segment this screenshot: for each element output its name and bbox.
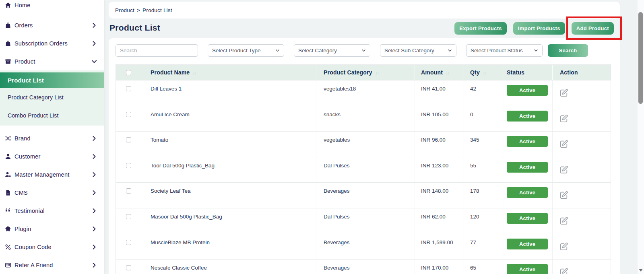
sidebar-item-combo-product-list[interactable]: Combo Product List bbox=[0, 106, 104, 124]
breadcrumb-item-product-list[interactable]: Product List bbox=[142, 7, 172, 13]
sidebar-item-testimonial[interactable]: Testimonial bbox=[0, 202, 104, 220]
row-checkbox[interactable] bbox=[126, 112, 131, 117]
sidebar-item-cms[interactable]: CMS bbox=[0, 183, 104, 202]
sidebar-item-label: Orders bbox=[14, 22, 91, 29]
sidebar-item-customer[interactable]: Customer bbox=[0, 147, 104, 165]
amount-cell: INR 62.00 bbox=[415, 208, 464, 234]
scrollbar-track[interactable] bbox=[638, 0, 644, 274]
row-checkbox[interactable] bbox=[126, 240, 131, 245]
add-product-button[interactable]: Add Product bbox=[572, 22, 614, 35]
scrollbar-thumb[interactable] bbox=[638, 12, 643, 104]
sidebar-item-plugin[interactable]: Plugin bbox=[0, 220, 104, 238]
toolbar: Export ProductsImport ProductsAdd Produc… bbox=[454, 22, 614, 35]
select-select-product-status[interactable]: Select Product Status bbox=[466, 44, 543, 57]
product-category-cell: vegetables bbox=[316, 132, 415, 157]
edit-icon[interactable] bbox=[560, 89, 568, 97]
row-checkbox[interactable] bbox=[126, 86, 131, 91]
edit-icon[interactable] bbox=[560, 114, 568, 123]
select-select-category[interactable]: Select Category bbox=[294, 44, 370, 57]
chevron-right-icon bbox=[91, 244, 97, 250]
status-badge[interactable]: Active bbox=[507, 213, 548, 224]
edit-icon[interactable] bbox=[560, 216, 568, 225]
select-value: Select Category bbox=[298, 47, 361, 54]
sidebar: HomeOrdersSubscription OrdersProductProd… bbox=[0, 0, 104, 274]
row-checkbox[interactable] bbox=[126, 137, 131, 142]
sidebar-item-label: Combo Product List bbox=[8, 112, 59, 119]
status-cell: Active bbox=[502, 106, 553, 132]
import-products-button[interactable]: Import Products bbox=[513, 22, 565, 35]
sort-icon[interactable]: ↓↑ bbox=[446, 70, 449, 76]
table-row: Nescafe Classic CoffeeBeveragesINR 170.0… bbox=[116, 259, 611, 274]
action-cell bbox=[553, 106, 611, 132]
sidebar-item-home[interactable]: Home bbox=[0, 0, 104, 10]
chevron-down-icon bbox=[275, 48, 280, 53]
sidebar-item-label: Coupon Code bbox=[14, 244, 91, 250]
row-checkbox[interactable] bbox=[126, 188, 131, 194]
sort-icon[interactable]: ↓↑ bbox=[192, 70, 196, 76]
sidebar-item-label: Product Category List bbox=[8, 94, 64, 101]
qty-cell: 120 bbox=[464, 208, 502, 234]
scrollbar-down-arrow-icon[interactable] bbox=[639, 269, 643, 272]
search-input[interactable] bbox=[116, 44, 198, 57]
sidebar-item-coupon-code[interactable]: Coupon Code bbox=[0, 238, 104, 256]
chevron-right-icon bbox=[91, 190, 97, 196]
sidebar-item-refer-a-friend[interactable]: Refer A Friend bbox=[0, 256, 104, 274]
sidebar-item-label: Subscription Orders bbox=[14, 40, 91, 47]
sidebar-item-subscription-orders[interactable]: Subscription Orders bbox=[0, 34, 104, 52]
status-cell: Active bbox=[502, 132, 553, 157]
chevron-right-icon bbox=[91, 171, 97, 178]
sidebar-item-brand[interactable]: Brand bbox=[0, 129, 104, 147]
select-all-checkbox[interactable] bbox=[126, 70, 131, 75]
edit-icon[interactable] bbox=[560, 165, 568, 174]
qty-cell: 55 bbox=[464, 157, 502, 183]
edit-icon[interactable] bbox=[560, 268, 568, 274]
status-badge[interactable]: Active bbox=[507, 162, 548, 173]
amount-cell: INR 41.00 bbox=[415, 80, 464, 106]
sidebar-item-label: CMS bbox=[14, 190, 91, 196]
amount-cell: INR 170.00 bbox=[415, 260, 464, 274]
action-cell bbox=[553, 157, 611, 183]
sidebar-item-label: Testimonial bbox=[14, 208, 91, 214]
column-label: Status bbox=[507, 69, 524, 76]
product-name-cell: Dill Leaves 1 bbox=[141, 80, 316, 106]
status-badge[interactable]: Active bbox=[507, 239, 548, 249]
status-badge[interactable]: Active bbox=[507, 264, 548, 274]
amount-cell: INR 148.00 bbox=[415, 183, 464, 208]
status-cell: Active bbox=[502, 260, 553, 274]
export-products-button[interactable]: Export Products bbox=[454, 22, 507, 35]
sidebar-item-orders[interactable]: Orders bbox=[0, 16, 104, 34]
edit-icon[interactable] bbox=[560, 140, 568, 148]
row-checkbox[interactable] bbox=[126, 214, 131, 219]
sidebar-item-product-category-list[interactable]: Product Category List bbox=[0, 88, 104, 106]
column-header-product-name: Product Name↓↑ bbox=[141, 65, 316, 80]
sidebar-item-label: Plugin bbox=[14, 226, 91, 232]
testimonial-quote-icon bbox=[5, 208, 11, 214]
table-row: MuscleBlaze MB ProteinBeveragesINR 1,599… bbox=[116, 234, 611, 260]
plugin-puzzle-icon bbox=[5, 226, 11, 232]
status-badge[interactable]: Active bbox=[507, 187, 548, 198]
status-badge[interactable]: Active bbox=[507, 85, 548, 96]
chevron-down-icon bbox=[361, 48, 366, 53]
product-box-icon bbox=[5, 58, 11, 65]
status-badge[interactable]: Active bbox=[507, 136, 548, 147]
breadcrumb-item-product[interactable]: Product bbox=[115, 7, 134, 13]
sidebar-item-product-list[interactable]: Product List bbox=[0, 72, 104, 88]
chevron-right-icon bbox=[91, 153, 97, 160]
edit-icon[interactable] bbox=[560, 242, 568, 251]
sidebar-item-label: Product List bbox=[8, 77, 44, 84]
select-select-sub-category[interactable]: Select Sub Category bbox=[380, 44, 456, 57]
orders-bag-icon bbox=[5, 22, 11, 29]
sidebar-item-product[interactable]: Product bbox=[0, 52, 104, 70]
sidebar-item-master-management[interactable]: Master Management bbox=[0, 165, 104, 183]
status-badge[interactable]: Active bbox=[507, 111, 548, 122]
action-cell bbox=[553, 234, 611, 260]
product-category-cell: vegetables18 bbox=[316, 80, 415, 106]
select-select-product-type[interactable]: Select Product Type bbox=[208, 44, 284, 57]
chevron-right-icon bbox=[91, 22, 97, 29]
search-button[interactable]: Search bbox=[548, 44, 588, 57]
sort-icon[interactable]: ↓↑ bbox=[375, 70, 379, 76]
edit-icon[interactable] bbox=[560, 191, 568, 199]
row-checkbox[interactable] bbox=[126, 265, 131, 270]
row-checkbox[interactable] bbox=[126, 163, 131, 168]
sort-icon[interactable]: ↓↑ bbox=[483, 70, 486, 76]
